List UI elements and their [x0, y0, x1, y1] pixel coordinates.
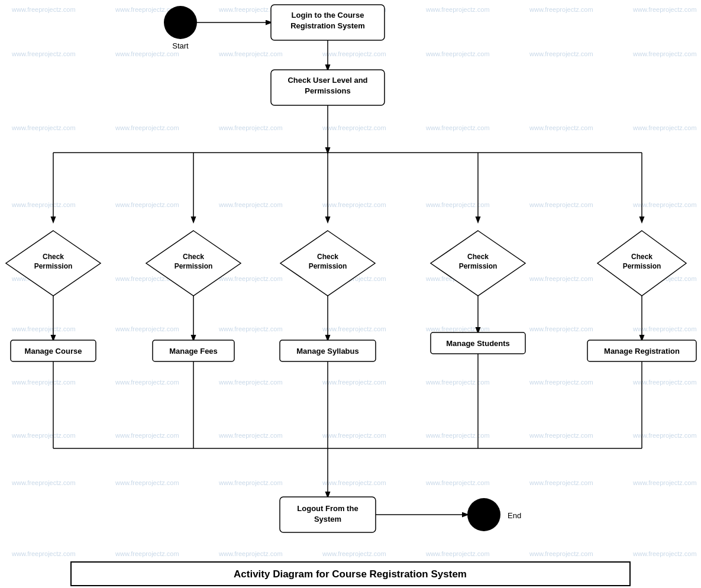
svg-text:www.freeprojectz.com: www.freeprojectz.com	[218, 479, 283, 486]
svg-text:www.freeprojectz.com: www.freeprojectz.com	[11, 201, 76, 208]
title-text: Activity Diagram for Course Registration…	[234, 568, 467, 580]
svg-text:www.freeprojectz.com: www.freeprojectz.com	[529, 325, 593, 332]
svg-text:Permission: Permission	[459, 262, 498, 270]
svg-text:www.freeprojectz.com: www.freeprojectz.com	[425, 550, 490, 557]
logout-text1: Logout From the	[297, 504, 358, 513]
svg-text:www.freeprojectz.com: www.freeprojectz.com	[11, 6, 76, 13]
start-circle	[164, 6, 197, 39]
svg-text:www.freeprojectz.com: www.freeprojectz.com	[115, 325, 179, 332]
svg-text:www.freeprojectz.com: www.freeprojectz.com	[632, 550, 697, 557]
svg-text:www.freeprojectz.com: www.freeprojectz.com	[11, 550, 76, 557]
svg-text:www.freeprojectz.com: www.freeprojectz.com	[322, 479, 386, 486]
svg-text:www.freeprojectz.com: www.freeprojectz.com	[322, 124, 386, 131]
svg-text:www.freeprojectz.com: www.freeprojectz.com	[322, 50, 386, 57]
login-text-line1: Login to the Course	[292, 11, 364, 20]
svg-text:www.freeprojectz.com: www.freeprojectz.com	[425, 50, 490, 57]
manage-students-text: Manage Students	[446, 339, 510, 348]
svg-text:Check: Check	[317, 253, 338, 261]
svg-text:www.freeprojectz.com: www.freeprojectz.com	[115, 379, 179, 386]
svg-text:www.freeprojectz.com: www.freeprojectz.com	[11, 479, 76, 486]
svg-text:www.freeprojectz.com: www.freeprojectz.com	[322, 432, 386, 439]
svg-text:Permission: Permission	[309, 262, 347, 270]
svg-text:www.freeprojectz.com: www.freeprojectz.com	[218, 275, 283, 282]
svg-text:www.freeprojectz.com: www.freeprojectz.com	[11, 325, 76, 332]
svg-text:www.freeprojectz.com: www.freeprojectz.com	[529, 379, 593, 386]
manage-registration-text: Manage Registration	[604, 347, 680, 356]
svg-text:www.freeprojectz.com: www.freeprojectz.com	[425, 479, 490, 486]
end-label: End	[508, 511, 521, 520]
svg-text:www.freeprojectz.com: www.freeprojectz.com	[322, 325, 386, 332]
svg-text:www.freeprojectz.com: www.freeprojectz.com	[218, 550, 283, 557]
svg-text:www.freeprojectz.com: www.freeprojectz.com	[322, 201, 386, 208]
end-circle	[467, 498, 500, 531]
manage-fees-text: Manage Fees	[169, 347, 218, 356]
logout-text2: System	[314, 515, 341, 524]
svg-text:www.freeprojectz.com: www.freeprojectz.com	[632, 124, 697, 131]
svg-text:www.freeprojectz.com: www.freeprojectz.com	[115, 124, 179, 131]
svg-text:www.freeprojectz.com: www.freeprojectz.com	[632, 479, 697, 486]
svg-text:www.freeprojectz.com: www.freeprojectz.com	[218, 325, 283, 332]
svg-text:www.freeprojectz.com: www.freeprojectz.com	[115, 432, 179, 439]
svg-text:www.freeprojectz.com: www.freeprojectz.com	[218, 124, 283, 131]
diagram-svg: www.freeprojectz.com www.freeprojectz.co…	[0, 0, 701, 588]
svg-text:www.freeprojectz.com: www.freeprojectz.com	[425, 124, 490, 131]
svg-text:Check: Check	[183, 253, 204, 261]
svg-text:www.freeprojectz.com: www.freeprojectz.com	[11, 50, 76, 57]
svg-text:Check: Check	[467, 253, 489, 261]
svg-text:www.freeprojectz.com: www.freeprojectz.com	[529, 275, 593, 282]
svg-text:Permission: Permission	[623, 262, 661, 270]
manage-syllabus-text: Manage Syllabus	[296, 347, 358, 356]
svg-text:www.freeprojectz.com: www.freeprojectz.com	[529, 6, 593, 13]
check-user-text2: Permissions	[305, 86, 350, 95]
login-text-line2: Registration System	[290, 21, 365, 30]
svg-text:www.freeprojectz.com: www.freeprojectz.com	[425, 325, 490, 332]
svg-text:Check: Check	[43, 253, 64, 261]
svg-text:www.freeprojectz.com: www.freeprojectz.com	[11, 379, 76, 386]
svg-text:www.freeprojectz.com: www.freeprojectz.com	[529, 432, 593, 439]
manage-course-text: Manage Course	[25, 347, 82, 356]
svg-text:www.freeprojectz.com: www.freeprojectz.com	[529, 50, 593, 57]
svg-text:www.freeprojectz.com: www.freeprojectz.com	[425, 201, 490, 208]
svg-text:www.freeprojectz.com: www.freeprojectz.com	[218, 432, 283, 439]
svg-text:www.freeprojectz.com: www.freeprojectz.com	[218, 379, 283, 386]
svg-text:www.freeprojectz.com: www.freeprojectz.com	[115, 550, 179, 557]
svg-text:www.freeprojectz.com: www.freeprojectz.com	[632, 6, 697, 13]
start-label: Start	[172, 41, 189, 50]
svg-text:www.freeprojectz.com: www.freeprojectz.com	[322, 379, 386, 386]
svg-text:www.freeprojectz.com: www.freeprojectz.com	[425, 432, 490, 439]
svg-text:www.freeprojectz.com: www.freeprojectz.com	[115, 201, 179, 208]
check-user-text1: Check User Level and	[287, 76, 367, 85]
svg-text:www.freeprojectz.com: www.freeprojectz.com	[115, 50, 179, 57]
svg-text:www.freeprojectz.com: www.freeprojectz.com	[11, 124, 76, 131]
svg-text:Permission: Permission	[175, 262, 213, 270]
svg-text:www.freeprojectz.com: www.freeprojectz.com	[218, 50, 283, 57]
svg-text:www.freeprojectz.com: www.freeprojectz.com	[425, 379, 490, 386]
svg-text:www.freeprojectz.com: www.freeprojectz.com	[11, 432, 76, 439]
svg-text:www.freeprojectz.com: www.freeprojectz.com	[529, 550, 593, 557]
svg-text:www.freeprojectz.com: www.freeprojectz.com	[115, 479, 179, 486]
svg-text:www.freeprojectz.com: www.freeprojectz.com	[218, 201, 283, 208]
svg-text:Check: Check	[631, 253, 652, 261]
svg-text:www.freeprojectz.com: www.freeprojectz.com	[529, 201, 593, 208]
svg-text:www.freeprojectz.com: www.freeprojectz.com	[322, 550, 386, 557]
svg-text:Permission: Permission	[34, 262, 73, 270]
svg-text:www.freeprojectz.com: www.freeprojectz.com	[632, 50, 697, 57]
svg-text:www.freeprojectz.com: www.freeprojectz.com	[529, 124, 593, 131]
svg-text:www.freeprojectz.com: www.freeprojectz.com	[529, 479, 593, 486]
svg-text:www.freeprojectz.com: www.freeprojectz.com	[425, 6, 490, 13]
